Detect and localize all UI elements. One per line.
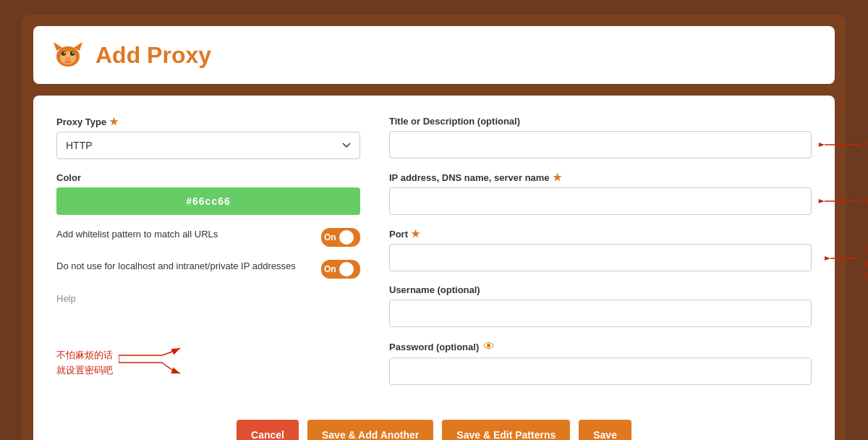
required-star: ★ — [109, 116, 119, 127]
whitelist-toggle-circle — [339, 230, 354, 245]
title-group: Title or Description (optional) — [389, 116, 812, 158]
ip-label: IP address, DNS name, server name ★ — [389, 172, 812, 183]
svg-point-6 — [64, 52, 65, 54]
svg-point-7 — [72, 52, 74, 54]
password-group: Password (optional) 👁 — [389, 340, 812, 385]
outer-container: Add Proxy Proxy Type ★ HTTP HTTPS SOCKS4 — [22, 14, 846, 440]
svg-point-8 — [65, 57, 71, 62]
title-input[interactable] — [389, 131, 812, 158]
main-card: Proxy Type ★ HTTP HTTPS SOCKS4 SOCKS5 — [33, 96, 835, 440]
ip-arrow — [819, 194, 862, 208]
color-label: Color — [56, 172, 360, 183]
svg-point-5 — [70, 51, 75, 56]
color-group: Color #66cc66 — [56, 172, 360, 215]
proxy-type-label: Proxy Type ★ — [56, 116, 360, 127]
cancel-button[interactable]: Cancel — [237, 420, 299, 440]
title-arrow — [819, 138, 862, 152]
svg-point-4 — [61, 51, 66, 56]
save-add-another-button[interactable]: Save & Add Another — [307, 420, 433, 440]
localhost-toggle[interactable]: On — [321, 260, 360, 279]
whitelist-label: Add whitelist pattern to match all URLs — [56, 228, 314, 241]
ip-group: IP address, DNS name, server name ★ — [389, 172, 812, 215]
port-label: Port ★ — [389, 228, 812, 240]
help-link[interactable]: Help — [56, 293, 76, 304]
button-row: Cancel Save & Add Another Save & Edit Pa… — [56, 412, 812, 440]
password-input[interactable] — [389, 358, 812, 385]
ip-annotation: 这里写 127.0.0.1 — [819, 194, 868, 208]
fox-icon — [51, 38, 85, 72]
localhost-label: Do not use for localhost and intranet/pr… — [56, 260, 314, 273]
port-annotation: 正常情况下写8080 如果你安装burp时自己写的别的端口就写 当时的端口 — [819, 244, 868, 283]
save-edit-patterns-button[interactable]: Save & Edit Patterns — [442, 420, 570, 440]
left-column: Proxy Type ★ HTTP HTTPS SOCKS4 SOCKS5 — [56, 116, 360, 398]
whitelist-toggle-row: Add whitelist pattern to match all URLs … — [56, 228, 360, 247]
ip-required-star: ★ — [553, 172, 562, 183]
ip-input[interactable] — [389, 187, 812, 215]
port-required-star: ★ — [411, 228, 420, 240]
page-title: Add Proxy — [95, 42, 211, 69]
username-group: Username (optional) — [389, 284, 812, 327]
port-arrow — [825, 244, 861, 280]
right-column: Title or Description (optional) — [389, 116, 812, 398]
whitelist-toggle[interactable]: On — [321, 228, 360, 247]
username-input[interactable] — [389, 300, 812, 327]
proxy-type-select-wrapper: HTTP HTTPS SOCKS4 SOCKS5 — [56, 132, 360, 159]
title-label: Title or Description (optional) — [389, 116, 812, 127]
color-button[interactable]: #66cc66 — [56, 187, 360, 215]
localhost-toggle-circle — [339, 262, 354, 276]
left-password-annotation: 不怕麻烦的话 就设置密码吧 — [56, 348, 360, 395]
proxy-type-group: Proxy Type ★ HTTP HTTPS SOCKS4 SOCKS5 — [56, 116, 360, 159]
save-button[interactable]: Save — [579, 420, 631, 440]
title-annotation: 名字写burp suite就好 — [819, 138, 868, 152]
password-label: Password (optional) — [389, 342, 479, 352]
eye-icon[interactable]: 👁 — [483, 340, 495, 353]
port-input[interactable] — [389, 244, 812, 271]
localhost-toggle-row: Do not use for localhost and intranet/pr… — [56, 260, 360, 279]
username-label: Username (optional) — [389, 284, 812, 295]
proxy-type-select[interactable]: HTTP HTTPS SOCKS4 SOCKS5 — [56, 132, 360, 159]
left-annotation-arrow — [119, 344, 184, 395]
password-label-row: Password (optional) 👁 — [389, 340, 812, 353]
header-bar: Add Proxy — [33, 26, 835, 84]
password-annotation-text: 不怕麻烦的话 — [56, 348, 113, 363]
port-group: Port ★ — [389, 228, 812, 271]
